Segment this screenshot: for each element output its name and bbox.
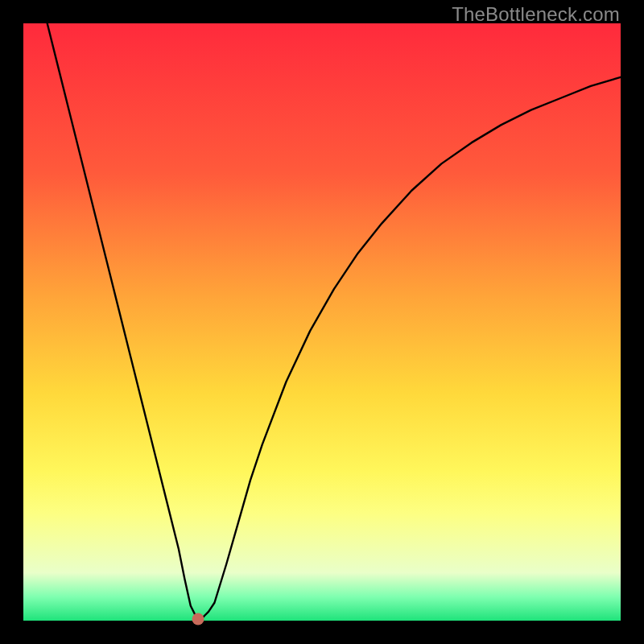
chart-container: TheBottleneck.com: [0, 0, 644, 644]
optimal-point-marker: [192, 613, 204, 625]
plot-area: [23, 23, 621, 621]
attribution-watermark: TheBottleneck.com: [452, 3, 620, 26]
bottleneck-curve: [23, 23, 621, 621]
